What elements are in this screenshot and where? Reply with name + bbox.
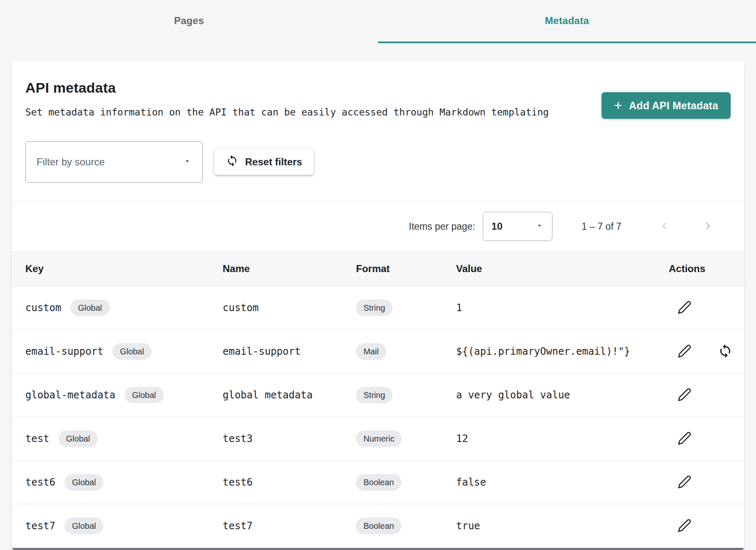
filter-by-source-label: Filter by source xyxy=(37,156,105,168)
card-header-text: API metadata Set metadata information on… xyxy=(25,80,549,118)
refresh-icon xyxy=(718,344,733,360)
items-per-page-value: 10 xyxy=(491,221,503,232)
metadata-key: test xyxy=(25,433,49,444)
global-badge: Global xyxy=(113,343,152,360)
global-badge: Global xyxy=(59,430,98,447)
metadata-name: global metadata xyxy=(223,389,356,401)
filter-bar: Filter by source Reset filters xyxy=(12,119,744,201)
table-body: custom Global custom String 1 email-supp… xyxy=(12,286,744,548)
table-row: test7 Global test7 Boolean true xyxy=(12,504,744,548)
add-api-metadata-button[interactable]: + Add API Metadata xyxy=(601,92,731,119)
format-badge: Mail xyxy=(356,343,386,360)
pencil-icon xyxy=(677,388,692,403)
table-row: test6 Global test6 Boolean false xyxy=(12,461,744,504)
table-row: custom Global custom String 1 xyxy=(12,286,744,330)
refresh-value-button[interactable] xyxy=(716,342,734,361)
format-badge: Boolean xyxy=(356,518,401,534)
card-header: API metadata Set metadata information on… xyxy=(12,61,744,119)
pencil-icon xyxy=(677,300,692,316)
page-description: Set metadata information on the API that… xyxy=(25,107,549,118)
tab-bar: Pages Metadata xyxy=(0,0,756,43)
format-badge: Numeric xyxy=(356,430,402,447)
metadata-key: test7 xyxy=(25,520,55,532)
global-badge: Global xyxy=(125,387,164,403)
metadata-value: a very global value xyxy=(456,389,669,401)
metadata-name: test6 xyxy=(223,476,356,488)
chevron-right-icon xyxy=(703,221,713,232)
metadata-value: true xyxy=(456,520,669,532)
column-header-actions: Actions xyxy=(669,263,744,275)
column-header-format: Format xyxy=(356,263,456,275)
chevron-left-icon xyxy=(660,221,670,232)
metadata-key: test6 xyxy=(25,476,55,488)
edit-button[interactable] xyxy=(675,342,694,361)
metadata-key: custom xyxy=(25,302,61,314)
metadata-value: false xyxy=(456,476,669,488)
plus-icon: + xyxy=(614,98,622,112)
global-badge: Global xyxy=(64,518,103,534)
previous-page-button[interactable] xyxy=(655,216,675,236)
table-header: Key Name Format Value Actions xyxy=(12,251,744,286)
reset-filters-label: Reset filters xyxy=(245,156,302,168)
edit-button[interactable] xyxy=(675,517,694,535)
pencil-icon xyxy=(677,475,692,490)
metadata-key: email-support xyxy=(25,346,103,357)
table-row: test Global test3 Numeric 12 xyxy=(12,417,744,461)
edit-button[interactable] xyxy=(675,386,694,404)
refresh-icon xyxy=(226,155,238,169)
metadata-value: 12 xyxy=(456,433,669,444)
pencil-icon xyxy=(677,344,692,359)
metadata-name: email-support xyxy=(223,346,356,357)
column-header-key: Key xyxy=(25,263,223,275)
pagination-range: 1 – 7 of 7 xyxy=(582,221,621,232)
column-header-value: Value xyxy=(456,263,669,275)
reset-filters-button[interactable]: Reset filters xyxy=(214,149,314,175)
pencil-icon xyxy=(677,431,692,447)
global-badge: Global xyxy=(71,300,110,316)
global-badge: Global xyxy=(64,474,103,491)
column-header-name: Name xyxy=(223,263,356,275)
pencil-icon xyxy=(677,518,692,534)
tab-pages[interactable]: Pages xyxy=(0,0,378,43)
edit-button[interactable] xyxy=(675,299,694,317)
metadata-key: global-metadata xyxy=(25,389,115,401)
edit-button[interactable] xyxy=(675,473,694,491)
next-page-button[interactable] xyxy=(698,216,718,236)
filter-by-source-select[interactable]: Filter by source xyxy=(25,141,203,183)
chevron-down-icon xyxy=(183,156,191,168)
format-badge: Boolean xyxy=(356,474,401,491)
metadata-name: test3 xyxy=(223,433,356,444)
tab-metadata[interactable]: Metadata xyxy=(378,0,756,43)
metadata-name: custom xyxy=(223,302,356,314)
table-bottom-divider xyxy=(12,548,744,550)
api-metadata-card: API metadata Set metadata information on… xyxy=(12,61,744,550)
table-row: email-support Global email-support Mail … xyxy=(12,330,744,373)
format-badge: String xyxy=(356,387,393,403)
metadata-value: 1 xyxy=(456,302,669,314)
page-title: API metadata xyxy=(25,80,549,96)
pagination-bar: Items per page: 10 1 – 7 of 7 xyxy=(12,201,744,251)
table-row: global-metadata Global global metadata S… xyxy=(12,373,744,417)
items-per-page-select[interactable]: 10 xyxy=(483,212,552,241)
add-api-metadata-label: Add API Metadata xyxy=(629,100,718,112)
edit-button[interactable] xyxy=(675,430,694,448)
chevron-down-icon xyxy=(535,221,544,232)
items-per-page-label: Items per page: xyxy=(409,221,475,232)
format-badge: String xyxy=(356,300,393,316)
metadata-value: ${(api.primaryOwner.email)!"} xyxy=(456,346,669,357)
metadata-name: test7 xyxy=(223,520,356,532)
